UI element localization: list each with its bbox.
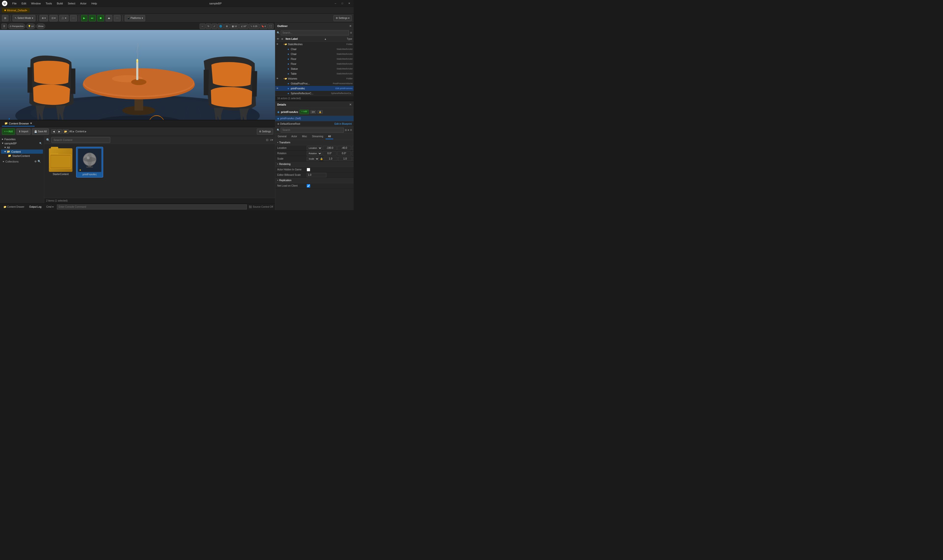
content-drawer-tab[interactable]: 📁 Content Drawer — [2, 205, 26, 209]
menu-edit[interactable]: Edit — [21, 2, 27, 5]
visibility-toggle-9[interactable]: 👁 — [276, 87, 280, 89]
minimize-button[interactable]: – — [333, 1, 338, 6]
details-self-row[interactable]: ◈ printFromArc (Self) — [275, 116, 354, 121]
replication-section-header[interactable]: ▾ Replication — [275, 178, 354, 183]
scale-tool[interactable]: ⤢ — [212, 23, 217, 29]
outliner-sort-icon[interactable]: ▲ — [324, 38, 328, 40]
scale-y-input[interactable] — [338, 157, 352, 161]
settings-button[interactable]: ⚙ Settings ▾ — [334, 15, 352, 21]
scale-btn[interactable]: ⤡ 0.25 — [249, 23, 259, 29]
outliner-statue[interactable]: ◈ Statue StaticMeshActor — [275, 66, 354, 71]
save-all-button[interactable]: 💾 Save All — [32, 128, 49, 135]
angle-btn[interactable]: ∠ 10° — [239, 23, 249, 29]
content-browser-tab[interactable]: 📁 Content Browser ✕ — [2, 121, 35, 126]
transform-section-header[interactable]: ▾ Transform — [275, 140, 354, 145]
grid-btn[interactable]: ▦ 10 — [230, 23, 239, 29]
scale-x-input[interactable] — [324, 157, 337, 161]
transform-button[interactable]: ⊕ ▾ — [40, 15, 48, 22]
maximize-button[interactable]: □ — [340, 1, 345, 6]
samplebp-search[interactable]: 🔍 — [39, 142, 42, 145]
scale-z-input[interactable] — [353, 157, 354, 161]
details-star[interactable]: ★ — [347, 129, 349, 131]
add-button[interactable]: + + Add — [2, 128, 15, 135]
stop-button[interactable]: ⏹ — [97, 15, 104, 22]
show-button[interactable]: Show — [36, 23, 45, 29]
content-settings-button[interactable]: ⚙ Settings — [257, 129, 273, 135]
scale-lock[interactable]: 🔒 — [320, 157, 323, 160]
details-tab-misc[interactable]: Misc — [300, 134, 310, 139]
layout-button[interactable]: ⊞ — [2, 15, 8, 22]
play-more-button[interactable]: ⋯ — [114, 15, 121, 22]
eject-button[interactable]: ⏏ — [106, 15, 112, 22]
location-y-input[interactable] — [337, 146, 351, 150]
snap-button[interactable]: ⊡ ▾ — [49, 15, 58, 22]
nav-forward[interactable]: ▶ — [57, 129, 62, 134]
details-root-row[interactable]: ⊕ DefaultSceneRoot Edit in Blueprint — [275, 121, 354, 127]
details-tab-general[interactable]: General — [275, 134, 289, 139]
menu-file[interactable]: File — [11, 2, 18, 5]
outliner-print-from-arc[interactable]: 👁 ◈ printFromArc Edit printFromArc — [275, 86, 354, 91]
outliner-globalpostprocess[interactable]: ◈ GlobalPostProc... PostProcessVolume — [275, 81, 354, 86]
view-options[interactable]: ≡▾ — [270, 138, 273, 142]
details-lock-btn[interactable]: 🔒 — [317, 110, 323, 114]
import-button[interactable]: ⬆ Import — [17, 128, 31, 135]
location-x-input[interactable] — [323, 146, 337, 150]
rotation-y-input[interactable] — [337, 151, 351, 155]
menu-actor[interactable]: Actor — [79, 2, 88, 5]
details-settings[interactable]: ⚙ — [350, 129, 352, 131]
filter-icon[interactable]: ⊟ — [266, 138, 268, 142]
outliner-table[interactable]: ◈ Table StaticMeshActor — [275, 71, 354, 76]
outliner-chair-1[interactable]: ◈ Chair StaticMeshActor — [275, 47, 354, 52]
net-load-checkbox[interactable] — [307, 184, 310, 188]
details-close[interactable]: ✕ — [349, 103, 352, 106]
outliner-floor-2[interactable]: ◈ Floor StaticMeshActor — [275, 62, 354, 66]
rotate-tool[interactable]: ↻ — [206, 23, 211, 29]
location-z-input[interactable] — [352, 146, 354, 150]
details-search-input[interactable] — [281, 128, 344, 132]
breadcrumb-content[interactable]: Content — [75, 130, 84, 133]
play-button[interactable]: ▶ — [81, 15, 88, 22]
nav-back[interactable]: ◀ — [51, 129, 56, 134]
outliner-static-meshes-folder[interactable]: 👁 ▾📁 StaticMeshes Folder — [275, 42, 354, 47]
maximize-viewport[interactable]: ⛶ — [268, 23, 274, 29]
step-button[interactable]: ⏭ — [89, 15, 96, 22]
starter-content-asset[interactable]: StarterContent — [47, 147, 74, 177]
outliner-close[interactable]: ✕ — [349, 24, 352, 28]
details-grid-view[interactable]: ⊞ — [345, 129, 347, 131]
collections-add[interactable]: ⊕ — [34, 160, 37, 163]
actor-hidden-checkbox[interactable] — [307, 168, 310, 171]
collections-header[interactable]: ▸ Collections ⊕ 🔍 — [2, 159, 42, 164]
content-search-input[interactable] — [51, 137, 110, 143]
menu-help[interactable]: Help — [90, 2, 98, 5]
content-item[interactable]: ▾ 📂 Content — [1, 149, 43, 154]
perspective-button[interactable]: ⊙ Perspective — [8, 23, 25, 29]
cmd-tab[interactable]: Cmd ▾ — [45, 205, 55, 209]
console-input[interactable] — [57, 205, 247, 209]
billboard-scale-input[interactable] — [307, 173, 326, 177]
rendering-section-header[interactable]: ▾ Rendering — [275, 162, 354, 167]
details-tab-streaming[interactable]: Streaming — [309, 134, 326, 139]
source-control-status[interactable]: ⬛ Source Control Off — [249, 206, 273, 208]
collections-search[interactable]: 🔍 — [38, 160, 41, 163]
location-type-select[interactable]: Location — [307, 146, 322, 150]
world-tool[interactable]: 🌐 — [218, 23, 224, 29]
breadcrumb-all[interactable]: All — [69, 130, 72, 133]
visibility-toggle-0[interactable]: 👁 — [276, 43, 280, 45]
all-item[interactable]: ▾ All — [1, 145, 43, 149]
menu-build[interactable]: Build — [56, 2, 64, 5]
lit-button[interactable]: 💡 Lit — [26, 23, 35, 29]
menu-select[interactable]: Select — [67, 2, 76, 5]
details-layout-btn[interactable]: ⊟▾ — [311, 110, 316, 114]
starter-content-item[interactable]: 📁 StarterContent — [1, 154, 43, 158]
translate-tool[interactable]: ↔ — [200, 23, 205, 29]
menu-tools[interactable]: Tools — [45, 2, 53, 5]
details-tab-actor[interactable]: Actor — [289, 134, 300, 139]
outliner-sphere-reflection[interactable]: ◈ SphereReflectionC... SphereReflectionC… — [275, 91, 354, 96]
camera-button[interactable]: 🎥 ▾ — [59, 15, 69, 22]
outliner-chair-2[interactable]: ◈ Chair StaticMeshActor — [275, 52, 354, 57]
nav-up[interactable]: 📂 — [63, 129, 69, 134]
details-edit-blueprint[interactable]: Edit in Blueprint — [334, 123, 352, 125]
close-button[interactable]: ✕ — [347, 1, 352, 6]
rotation-z-input[interactable] — [352, 151, 354, 155]
scale-type-select[interactable]: Scale — [307, 157, 319, 161]
